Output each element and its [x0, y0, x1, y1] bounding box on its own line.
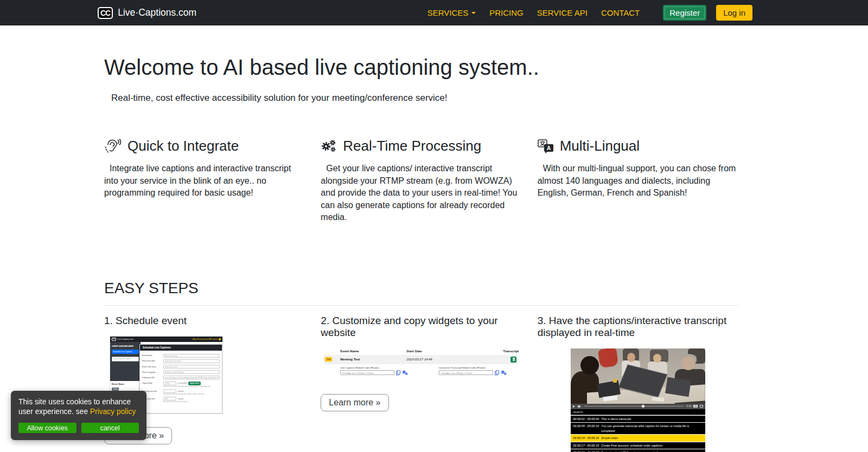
video-still [571, 348, 705, 404]
mini-player-controls: -0:16 CC [571, 404, 705, 409]
mini-row-button: Test1 [112, 388, 119, 391]
feature-text: Get your live captions/ interactive tran… [321, 163, 522, 224]
fullscreen-icon [700, 405, 703, 408]
step-title: 3. Have the captions/interactive transcr… [538, 315, 739, 339]
player-screenshot: -0:16 CC search.. 00:00:02 - 00:00:04 Th… [571, 348, 705, 452]
progress-bar [584, 406, 684, 407]
transcript-row: 00:00:05 - 00:00:14 You can generate tra… [571, 422, 705, 434]
mini-embed-code-input: <iframe src="https://live- [439, 370, 493, 375]
mini-transcript-list: 00:00:02 - 00:00:04 This is demo transcr… [571, 415, 705, 452]
copy-icon [495, 370, 499, 376]
hero-subtitle: Real-time, cost effective accessibility … [104, 93, 739, 104]
settings-gears-icon [501, 370, 507, 376]
settings-gears-icon [402, 370, 408, 376]
mini-embed-code-input: <iframe src="https://live- [340, 370, 394, 375]
mini-transcript-button [510, 357, 516, 363]
nav-link-services[interactable]: SERVICES [427, 8, 476, 17]
login-button[interactable]: Log in [716, 5, 752, 21]
nav-link-contact[interactable]: CONTACT [601, 8, 640, 17]
feature-text: Integrate live captions and interactive … [104, 163, 305, 199]
step-realtime-display: 3. Have the captions/interactive transcr… [538, 315, 739, 452]
transcript-row: 00:00:02 - 00:00:04 This is demo transcr… [571, 415, 705, 423]
feature-title: Real-Time Processing [343, 138, 481, 154]
cc-logo-icon: CC [98, 7, 113, 19]
cancel-cookies-button[interactable]: cancel [81, 423, 139, 433]
allow-cookies-button[interactable]: Allow cookies [18, 423, 76, 433]
divider [104, 305, 739, 306]
feature-real-time-processing: Real-Time Processing Get your live capti… [321, 138, 522, 224]
feature-quick-to-integrate: Quick to Integrate Integrate live captio… [104, 138, 305, 224]
ear-listen-icon [104, 139, 122, 153]
easy-steps-heading: EASY STEPS [104, 280, 739, 297]
mini-apply-delay-button: Apply delay [188, 382, 200, 385]
transcript-row: 00:00:17 - 00:00:19 Create Free account,… [571, 442, 705, 449]
mini-schedule-modal: Schedule Live Captions Event Name My tes… [139, 344, 222, 414]
svg-text:A: A [546, 145, 551, 151]
mini-cc-icon: CC [112, 338, 116, 341]
step-title: 2. Customize and copy widgets to your we… [321, 315, 522, 339]
mini-transcript-search: search.. [571, 409, 705, 415]
mini-sidebar-active-item: Schedule Live Captions [112, 350, 139, 354]
nav-link-service-api[interactable]: SERVICE API [537, 8, 588, 17]
privacy-policy-link[interactable]: Privacy policy [90, 408, 136, 416]
mini-search-input: search by event name [112, 357, 139, 361]
mini-sidebar: USER DASHBOARD Schedule Live Captions se… [110, 342, 141, 381]
transcript-row: 00:00:20 - 00:00:22 Embed widget HTML co… [571, 449, 705, 452]
learn-more-button-step2[interactable]: Learn more » [321, 394, 388, 411]
feature-multi-lingual: A Multi-Lingual With our multi-lingual s… [538, 138, 739, 224]
brand-logo[interactable]: CC Live·Captions.com [98, 7, 196, 19]
register-button[interactable]: Register [663, 5, 706, 21]
widgets-screenshot: Event Name Start Date Transcript Live Me… [324, 348, 518, 380]
time-remaining: -0:16 [686, 405, 691, 408]
cookie-consent-banner: This site uses cookies to enhance user e… [11, 391, 146, 440]
play-icon [573, 405, 575, 408]
transcript-row-highlighted: 00:00:15 - 00:00:16 Simple steps [571, 434, 705, 442]
feature-title: Multi-Lingual [560, 138, 640, 154]
captions-toggle-icon: CC [693, 405, 698, 408]
feature-text: With our multi-lingual support, you can … [538, 163, 739, 199]
mini-transcript-embed: Interactive Transcript Embed Code (IFram… [423, 366, 521, 376]
step-customize-widgets: 2. Customize and copy widgets to your we… [321, 315, 522, 452]
step-title: 1. Schedule event [104, 315, 305, 327]
mini-user-icon [219, 338, 221, 340]
progress-handle [642, 405, 644, 408]
nav-link-pricing[interactable]: PRICING [489, 8, 524, 17]
mini-live-badge: Live [325, 357, 332, 361]
chevron-down-icon [471, 12, 476, 14]
easy-steps-section: EASY STEPS 1. Schedule event CC Live-Cap… [98, 280, 745, 452]
hero-section: Welcome to AI based live captioning syst… [98, 25, 745, 104]
mini-modal-title: Schedule Live Captions [140, 345, 222, 351]
mini-navbar: CC Live-Captions.com About Pricing Servi… [110, 337, 222, 342]
language-icon: A [538, 139, 554, 153]
mini-captions-embed: Live Captions Embed Code (IFrame) <ifram… [324, 366, 423, 376]
document-icon [513, 358, 515, 361]
feature-title: Quick to Integrate [127, 138, 239, 154]
brand-name: Live·Captions.com [118, 7, 196, 18]
mini-event-row: Live Meeting Test 2023-03-27 14:48 [324, 355, 518, 364]
copy-icon [396, 370, 400, 376]
gears-icon [321, 139, 337, 153]
top-navbar: CC Live·Captions.com SERVICES PRICING SE… [0, 0, 868, 25]
features-row: Quick to Integrate Integrate live captio… [98, 138, 745, 224]
volume-icon [577, 404, 582, 409]
page-title: Welcome to AI based live captioning syst… [104, 54, 739, 80]
